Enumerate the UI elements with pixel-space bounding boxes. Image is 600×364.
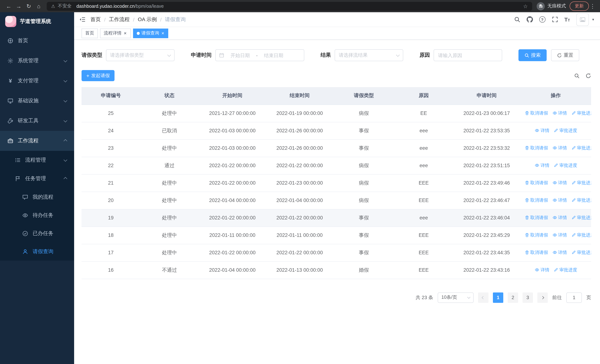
tab-leave-query[interactable]: 请假查询× — [133, 28, 168, 38]
breadcrumb-item[interactable]: OA 示例 — [138, 16, 157, 23]
detail-button[interactable]: 详情 — [553, 145, 567, 151]
approval-progress-button[interactable]: 审批进度 — [572, 110, 591, 116]
sidebar-item-workflow[interactable]: 工作流程 — [0, 131, 74, 151]
cancel-leave-button[interactable]: 取消请假 — [525, 197, 548, 204]
table-row[interactable]: 21处理中2022-01-22 00:00:002022-01-23 00:00… — [82, 174, 591, 192]
approval-progress-button[interactable]: 审批进度 — [554, 128, 577, 134]
url-bar[interactable]: ⚠ 不安全 dashboard.yudao.iocoder.cn/bpm/oa/… — [47, 2, 532, 10]
browser-menu-icon[interactable]: ⋮ — [589, 3, 596, 9]
table-row[interactable]: 16不通过2022-01-04 00:00:002022-01-13 00:00… — [82, 261, 591, 279]
sidebar-item-label: 我的流程 — [33, 194, 67, 200]
browser-home-icon[interactable]: ⌂ — [34, 3, 44, 9]
fullscreen-icon[interactable] — [552, 16, 558, 23]
sidebar-fold-icon[interactable] — [74, 12, 90, 27]
tab-close-icon[interactable]: × — [161, 31, 165, 36]
approval-progress-button[interactable]: 审批进度 — [554, 267, 577, 273]
table-row[interactable]: 22通过2022-01-22 00:00:002022-01-22 00:00:… — [82, 157, 591, 174]
table-row[interactable]: 18处理中2022-01-11 00:00:002022-01-11 00:00… — [82, 226, 591, 244]
cell-leave-type: 病假 — [333, 104, 394, 122]
page-size-select[interactable]: 10条/页 — [438, 292, 474, 303]
breadcrumb-item[interactable]: 工作流程 — [109, 16, 130, 23]
leave-type-select[interactable]: 请选择请假类型 — [106, 49, 175, 61]
sidebar-item-leave-query[interactable]: 请假查询 — [0, 243, 74, 261]
update-button[interactable]: 更新 — [570, 1, 589, 11]
approval-progress-button[interactable]: 审批进度 — [572, 145, 591, 151]
row-actions: 取消请假详情审批进度 — [520, 139, 591, 157]
prev-page-button[interactable] — [478, 292, 488, 303]
cancel-leave-button[interactable]: 取消请假 — [525, 215, 548, 221]
cancel-leave-button[interactable]: 取消请假 — [525, 110, 548, 116]
detail-button[interactable]: 详情 — [535, 267, 549, 273]
github-icon[interactable] — [526, 16, 533, 23]
sidebar-item-process-mgmt[interactable]: 流程管理 — [0, 151, 74, 169]
result-select[interactable]: 请选择流结果 — [335, 49, 403, 61]
table-row[interactable]: 25处理中2021-12-27 00:00:002022-01-19 00:00… — [82, 104, 591, 122]
sidebar-item-todo-tasks[interactable]: 待办任务 — [0, 206, 74, 224]
sidebar-item-system-mgmt[interactable]: 系统管理 — [0, 51, 74, 71]
table-row[interactable]: 20处理中2022-01-04 00:00:002022-01-04 00:00… — [82, 192, 591, 209]
detail-button[interactable]: 详情 — [553, 197, 567, 204]
cancel-leave-button[interactable]: 取消请假 — [525, 232, 548, 238]
help-icon[interactable]: ? — [539, 16, 545, 23]
sidebar-item-my-process[interactable]: 我的流程 — [0, 188, 74, 206]
page-button-2[interactable]: 2 — [508, 292, 518, 303]
sidebar-item-payment-mgmt[interactable]: ¥ 支付管理 — [0, 71, 74, 91]
security-label[interactable]: 不安全 — [58, 3, 72, 9]
detail-button[interactable]: 详情 — [535, 128, 549, 134]
create-leave-button[interactable]: + 发起请假 — [82, 70, 114, 81]
detail-button[interactable]: 详情 — [553, 250, 567, 256]
page-button-1[interactable]: 1 — [493, 292, 503, 303]
reload-icon[interactable]: ↻ — [24, 3, 34, 9]
sidebar-item-dev-tools[interactable]: 研发工具 — [0, 111, 74, 131]
cell-apply-id: 24 — [82, 122, 140, 139]
detail-button[interactable]: 详情 — [553, 232, 567, 238]
table-search-toggle-icon[interactable] — [574, 73, 580, 78]
sidebar-item-home[interactable]: 首页 — [0, 31, 74, 51]
detail-button[interactable]: 详情 — [553, 180, 567, 186]
table-refresh-icon[interactable] — [586, 73, 591, 78]
cancel-leave-button[interactable]: 取消请假 — [525, 180, 548, 186]
approval-progress-button[interactable]: 审批进度 — [554, 162, 577, 169]
tab-close-icon[interactable]: × — [123, 31, 127, 36]
table-row[interactable]: 17处理中2022-01-22 00:00:002022-01-22 00:00… — [82, 244, 591, 261]
tab-label: 请假查询 — [141, 30, 159, 36]
apply-time-range-picker[interactable]: - — [215, 49, 304, 61]
page-button-3[interactable]: 3 — [523, 292, 533, 303]
reason-input[interactable] — [434, 49, 502, 61]
table-row[interactable]: 19处理中2022-01-22 00:00:002022-01-22 00:00… — [82, 209, 591, 226]
bookmark-star-icon[interactable]: ☆ — [523, 3, 528, 9]
tab-home[interactable]: 首页 — [82, 28, 98, 38]
table-row[interactable]: 24已取消2022-01-03 00:00:002022-01-26 00:00… — [82, 122, 591, 139]
approval-progress-button[interactable]: 审批进度 — [572, 215, 591, 221]
end-date-input[interactable] — [259, 52, 288, 58]
search-button[interactable]: 搜索 — [518, 49, 547, 61]
logo[interactable]: 芋道管理系统 — [0, 12, 74, 31]
detail-button[interactable]: 详情 — [535, 162, 549, 169]
sidebar-item-label: 流程管理 — [25, 157, 60, 163]
forward-icon[interactable]: → — [14, 3, 24, 9]
tab-process-detail[interactable]: 流程详情× — [100, 28, 131, 38]
table-row[interactable]: 23处理中2022-01-03 00:00:002022-01-26 00:00… — [82, 139, 591, 157]
approval-progress-button[interactable]: 审批进度 — [572, 197, 591, 204]
total-count: 共 23 条 — [416, 294, 433, 301]
cancel-leave-button[interactable]: 取消请假 — [525, 145, 548, 151]
detail-button[interactable]: 详情 — [553, 110, 567, 116]
approval-progress-button[interactable]: 审批进度 — [572, 180, 591, 186]
search-icon[interactable] — [514, 16, 520, 23]
back-icon[interactable]: ← — [4, 3, 14, 9]
start-date-input[interactable] — [226, 52, 255, 58]
breadcrumb-item[interactable]: 首页 — [90, 16, 101, 23]
avatar[interactable] — [576, 13, 589, 26]
approval-progress-button[interactable]: 审批进度 — [572, 232, 591, 238]
sidebar-item-done-tasks[interactable]: 已办任务 — [0, 224, 74, 243]
sidebar-item-infrastructure[interactable]: 基础设施 — [0, 91, 74, 111]
detail-button[interactable]: 详情 — [553, 215, 567, 221]
font-size-icon[interactable]: TT — [564, 17, 570, 22]
next-page-button[interactable] — [537, 292, 548, 303]
approval-progress-button[interactable]: 审批进度 — [572, 250, 591, 256]
goto-page-input[interactable] — [566, 292, 582, 303]
avatar-caret-down-icon[interactable]: ▾ — [592, 18, 594, 21]
reset-button[interactable]: 重置 — [551, 49, 579, 61]
cancel-leave-button[interactable]: 取消请假 — [525, 250, 548, 256]
sidebar-item-task-mgmt[interactable]: 任务管理 — [0, 169, 74, 188]
